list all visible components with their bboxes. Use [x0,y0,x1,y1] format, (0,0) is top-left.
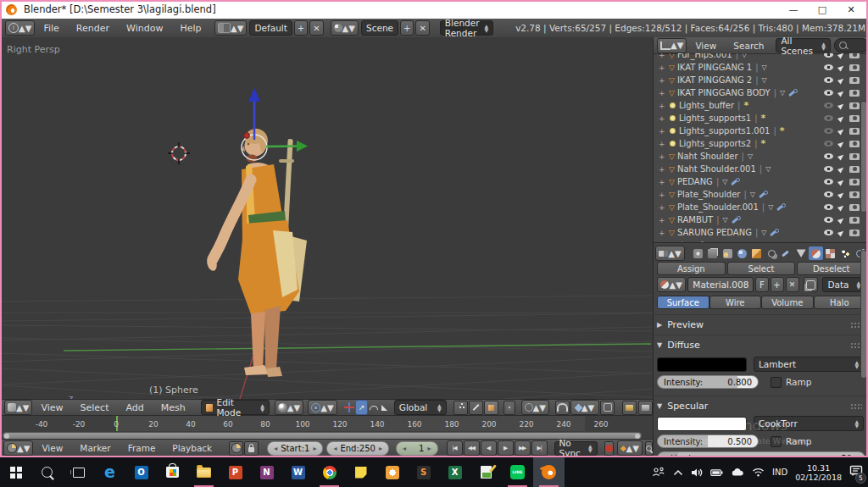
viewport-menu-add[interactable]: Add [117,402,152,413]
properties-context-selector[interactable]: ▲▼ [655,246,685,261]
renderability-camera-icon[interactable] [849,64,860,71]
play-reverse-button[interactable]: ◀ [481,440,497,456]
type-tab-wire[interactable]: Wire [709,296,762,309]
tab-data[interactable] [794,246,808,260]
screen-layout-selector[interactable]: ▲▼ [214,20,247,36]
taskbar-sublime-text-icon[interactable]: S [408,457,439,487]
outliner-menu-view[interactable]: View [687,41,725,51]
visibility-eye-icon[interactable] [824,217,833,223]
visibility-eye-icon[interactable] [824,141,833,147]
renderability-camera-icon[interactable] [849,115,860,122]
selectability-cursor-icon[interactable] [837,229,845,236]
material-name-field[interactable]: Material.008 [687,277,754,292]
specular-intensity-slider[interactable]: Intensity: 0.500 [657,434,759,448]
keying-set-selector[interactable]: ◆ ▲▼ [617,440,643,456]
auto-keyframe-button[interactable] [604,441,614,456]
selectability-cursor-icon[interactable] [837,102,845,109]
visibility-eye-icon[interactable] [824,90,833,96]
viewport-shading-selector[interactable]: ▲▼ [275,400,303,415]
jump-to-start-button[interactable]: |◀ [447,440,463,456]
insert-keyframe-button[interactable] [645,441,653,456]
outliner-item[interactable]: +▽Plate_Shoulder.001|▽ [654,201,863,213]
selectability-cursor-icon[interactable] [837,203,845,211]
deselect-button[interactable]: Deselect [797,262,865,275]
visibility-eye-icon[interactable] [824,128,833,134]
menu-render[interactable]: Render [68,23,118,34]
limit-selection-to-visible-button[interactable] [504,401,515,415]
battery-icon[interactable] [710,468,723,477]
minimize-button[interactable]: — [779,1,808,18]
timeline-menu-view[interactable]: View [33,443,71,453]
menu-window[interactable]: Window [118,23,171,34]
type-tab-halo[interactable]: Halo [814,296,866,309]
specular-color-swatch[interactable] [657,417,747,431]
type-tab-volume[interactable]: Volume [761,296,814,309]
outliner-item[interactable]: +Lights_buffer|* [654,99,863,112]
render-engine-selector[interactable]: Blender Render ▲▼ [440,20,493,36]
editor-type-selector[interactable]: i ▲▼ [5,20,35,36]
outliner-item[interactable]: +▽Fur_Hips.001|▽ [654,53,863,61]
sync-mode-selector[interactable]: No Sync ▲▼ [554,441,598,456]
current-frame-field[interactable]: ◂ 1 ▸ [396,441,438,456]
diffuse-shader-selector[interactable]: Lambert ▲▼ [754,357,864,372]
outliner-item[interactable]: +▽Naht Shoulder|▽ [654,150,863,163]
renderability-camera-icon[interactable] [849,77,860,84]
render-opengl-anim-button[interactable] [638,401,653,415]
edge-select-button[interactable] [469,401,483,415]
visibility-eye-icon[interactable] [824,102,833,108]
scene-name[interactable]: Scene [361,20,398,36]
diffuse-color-swatch[interactable] [657,357,747,372]
mode-selector[interactable]: Edit Mode ▲▼ [201,400,270,415]
selectability-cursor-icon[interactable] [837,140,845,147]
expand-icon[interactable]: + [659,165,667,174]
snap-element-selector[interactable]: ▲▼ [570,400,599,415]
outliner-item[interactable]: +▽IKAT PINGGANG BODY|▽ [654,86,863,99]
outliner-item[interactable]: +▽IKAT PINGGANG 2|▽ [654,74,863,86]
expand-icon[interactable]: + [659,53,667,59]
expand-icon[interactable]: + [659,114,667,123]
renderability-camera-icon[interactable] [849,179,860,185]
selectability-cursor-icon[interactable] [837,216,845,224]
renderability-camera-icon[interactable] [849,102,860,109]
renderability-camera-icon[interactable] [849,128,860,135]
selectability-cursor-icon[interactable] [837,165,845,173]
menu-help[interactable]: Help [171,23,209,34]
renderability-camera-icon[interactable] [849,166,860,173]
end-frame-field[interactable]: ◂ End: 250 ▸ [326,441,389,456]
expand-icon[interactable]: + [659,178,667,186]
add-scene-button[interactable]: + [400,20,414,36]
snap-toggle-button[interactable] [555,401,570,415]
prev-keyframe-button[interactable]: ◀◀ [464,440,480,456]
manipulator-toggle-icon[interactable] [344,402,353,412]
expand-icon[interactable]: + [659,152,667,161]
renderability-camera-icon[interactable] [849,53,860,58]
taskbar-photos-icon[interactable] [376,457,408,487]
tab-material[interactable] [809,246,822,260]
action-center-icon[interactable]: 5 [849,464,863,480]
outliner-item[interactable]: +▽Plate_Shoulder|▽ [654,188,863,201]
expand-icon[interactable]: + [659,140,667,148]
renderability-camera-icon[interactable] [849,153,860,160]
outliner-search-input[interactable] [834,38,868,53]
visibility-eye-icon[interactable] [824,166,833,172]
expand-icon[interactable]: + [659,64,667,72]
outliner-item[interactable]: +▽SARUNG PEDANG|▽ [654,226,863,239]
selectability-cursor-icon[interactable] [837,127,845,135]
taskbar-excel-icon[interactable]: X [439,457,470,487]
wifi-icon[interactable] [752,468,765,477]
viewport-menu-select[interactable]: Select [72,402,118,413]
renderability-camera-icon[interactable] [849,230,860,236]
selectability-cursor-icon[interactable] [837,89,845,97]
expand-icon[interactable]: + [659,216,667,224]
delete-scene-button[interactable]: ✕ [415,20,429,36]
unlink-material-button[interactable]: ✕ [786,277,799,292]
maximize-button[interactable]: □ [808,1,837,18]
taskbar-sticky-notes-icon[interactable] [345,457,376,487]
diffuse-ramp-checkbox[interactable] [771,377,782,388]
outliner-item[interactable]: +Lights_supports1.001|* [654,125,863,137]
tab-scene[interactable] [721,246,734,260]
type-tab-surface[interactable]: Surface [657,296,709,309]
tab-particles[interactable] [838,246,852,260]
use-nodes-button[interactable] [804,277,819,292]
renderability-camera-icon[interactable] [849,90,860,97]
